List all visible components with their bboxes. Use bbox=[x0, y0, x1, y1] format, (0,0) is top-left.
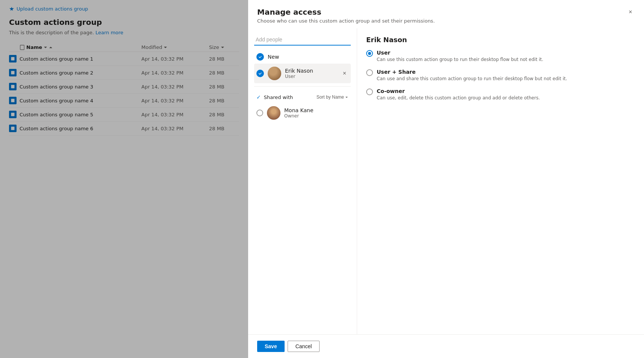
erik-avatar bbox=[268, 67, 281, 80]
modal-subtitle: Choose who can use this custom action gr… bbox=[257, 18, 635, 24]
new-person-info: New bbox=[268, 54, 349, 60]
modal-people-panel: New Erik Nason User × bbox=[248, 28, 357, 334]
permission-option-user-share[interactable]: User + Share Can use and share this cust… bbox=[366, 69, 635, 82]
permissions-list: User Can use this custom action group to… bbox=[366, 50, 635, 101]
permission-option-user[interactable]: User Can use this custom action group to… bbox=[366, 50, 635, 63]
erik-check-icon bbox=[258, 72, 262, 75]
permission-label-co-owner: Co-owner bbox=[377, 88, 540, 94]
permission-person-name: Erik Nason bbox=[366, 36, 635, 44]
shared-check-icon: ✓ bbox=[256, 94, 261, 100]
mona-avatar bbox=[267, 106, 280, 120]
erik-name: Erik Nason bbox=[285, 68, 337, 74]
permission-text-user-share: User + Share Can use and share this cust… bbox=[377, 69, 567, 82]
permission-label-user: User bbox=[377, 50, 543, 56]
permission-option-co-owner[interactable]: Co-owner Can use, edit, delete this cust… bbox=[366, 88, 635, 101]
erik-person-item[interactable]: Erik Nason User × bbox=[254, 64, 351, 83]
save-button[interactable]: Save bbox=[257, 341, 285, 352]
erik-info: Erik Nason User bbox=[285, 68, 337, 79]
sort-by-button[interactable]: Sort by Name bbox=[317, 94, 349, 100]
mona-name: Mona Kane bbox=[284, 107, 349, 113]
radio-user[interactable] bbox=[366, 50, 373, 57]
people-list: New Erik Nason User × bbox=[254, 50, 351, 83]
modal-body: New Erik Nason User × bbox=[248, 28, 644, 334]
close-button[interactable]: × bbox=[624, 6, 636, 18]
add-people-input[interactable] bbox=[254, 34, 351, 46]
permission-text-co-owner: Co-owner Can use, edit, delete this cust… bbox=[377, 88, 540, 101]
erik-role: User bbox=[285, 74, 337, 79]
sort-chevron-icon bbox=[345, 95, 349, 99]
manage-access-modal: Manage access Choose who can use this cu… bbox=[248, 0, 644, 358]
shared-with-label: Shared with bbox=[264, 94, 314, 100]
mona-person-item[interactable]: Mona Kane Owner bbox=[254, 103, 351, 123]
permissions-panel: Erik Nason User Can use this custom acti… bbox=[357, 28, 644, 334]
cancel-button[interactable]: Cancel bbox=[288, 341, 320, 352]
shared-with-header: ✓ Shared with Sort by Name bbox=[254, 91, 351, 103]
permission-desc-user: Can use this custom action group to run … bbox=[377, 56, 543, 63]
mona-role: Owner bbox=[284, 113, 349, 119]
new-person-name: New bbox=[268, 54, 349, 60]
modal-header: Manage access Choose who can use this cu… bbox=[248, 0, 644, 28]
modal-title: Manage access bbox=[257, 8, 635, 17]
erik-remove-button[interactable]: × bbox=[341, 69, 349, 78]
radio-user-share[interactable] bbox=[366, 69, 373, 76]
permission-desc-co-owner: Can use, edit, delete this custom action… bbox=[377, 95, 540, 101]
permission-desc-user-share: Can use and share this custom action gro… bbox=[377, 76, 567, 82]
new-person-item[interactable]: New bbox=[254, 50, 351, 64]
new-indicator bbox=[256, 53, 264, 61]
erik-selected-indicator bbox=[256, 70, 264, 77]
mona-radio bbox=[256, 110, 263, 116]
radio-co-owner[interactable] bbox=[366, 88, 373, 95]
mona-info: Mona Kane Owner bbox=[284, 107, 349, 119]
shared-with-section: ✓ Shared with Sort by Name Mona Kane Own… bbox=[254, 91, 351, 123]
permission-text-user: User Can use this custom action group to… bbox=[377, 50, 543, 63]
check-icon bbox=[258, 55, 262, 59]
modal-footer: Save Cancel bbox=[248, 334, 644, 358]
section-divider bbox=[254, 86, 351, 87]
permission-label-user-share: User + Share bbox=[377, 69, 567, 75]
